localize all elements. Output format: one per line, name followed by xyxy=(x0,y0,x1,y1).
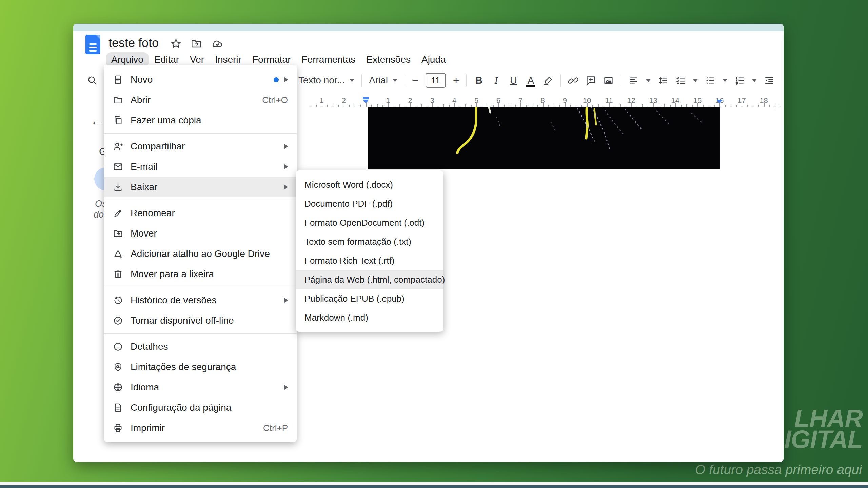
cloud-status-icon[interactable] xyxy=(212,38,223,49)
menu-item-mover-para-a-lixeira[interactable]: Mover para a lixeira xyxy=(104,264,297,284)
menu-item-compartilhar[interactable]: Compartilhar xyxy=(104,136,297,157)
submenu-item-pagina-da-web-html-compactado[interactable]: Página da Web (.html, compactado) xyxy=(296,270,443,289)
menu-item-right xyxy=(274,77,288,82)
ruler-tick xyxy=(504,105,505,107)
ruler-number: 18 xyxy=(760,96,768,105)
decrease-font-size-button[interactable]: − xyxy=(412,74,418,87)
ruler-tick xyxy=(382,105,383,107)
line-spacing-icon[interactable] xyxy=(658,75,668,86)
menubar-item-ajuda[interactable]: Ajuda xyxy=(416,52,451,67)
horizontal-ruler[interactable]: 21123456789101112131415161718 xyxy=(297,96,784,107)
globe-icon xyxy=(113,382,123,392)
menu-item-label: Imprimir xyxy=(131,423,165,433)
menubar-item-extensoes[interactable]: Extensões xyxy=(361,52,416,67)
menu-item-historico-de-versoes[interactable]: Histórico de versões xyxy=(104,290,297,310)
menu-item-detalhes[interactable]: Detalhes xyxy=(104,337,297,357)
indent-marker-right[interactable] xyxy=(716,100,723,103)
version-history-icon xyxy=(113,295,123,305)
numbered-list-icon[interactable] xyxy=(734,75,745,86)
menu-item-imprimir[interactable]: ImprimirCtrl+P xyxy=(104,418,297,438)
google-docs-logo-icon[interactable] xyxy=(85,35,100,54)
toolbar-divider xyxy=(621,74,621,86)
submenu-arrow-icon xyxy=(284,298,288,303)
menu-item-label: Compartilhar xyxy=(131,141,185,152)
ruler-tick xyxy=(725,105,726,107)
text-color-button[interactable]: A xyxy=(526,75,536,86)
add-comment-icon[interactable] xyxy=(586,75,596,86)
ruler-tick xyxy=(604,105,604,107)
italic-button[interactable]: I xyxy=(491,75,501,86)
bold-button[interactable]: B xyxy=(474,75,484,86)
page-setup-icon xyxy=(113,403,123,413)
printer-icon xyxy=(113,423,123,433)
align-icon[interactable] xyxy=(628,75,639,86)
ruler-tick xyxy=(554,104,554,107)
indent-icon[interactable] xyxy=(764,75,774,86)
share-person-icon xyxy=(113,141,123,151)
ruler-tick xyxy=(758,105,759,107)
watermark-logo-line2: IGITAL xyxy=(784,429,863,450)
submenu-item-formato-opendocument-odt[interactable]: Formato OpenDocument (.odt) xyxy=(296,213,443,232)
styles-dropdown[interactable]: Texto nor... xyxy=(298,75,354,86)
menubar-item-formatar[interactable]: Formatar xyxy=(247,52,296,67)
ruler-tick xyxy=(493,105,494,107)
menu-item-tornar-disponivel-off-line[interactable]: Tornar disponível off-line xyxy=(104,310,297,331)
offline-check-icon xyxy=(113,316,123,326)
move-folder-icon[interactable] xyxy=(191,38,202,49)
menu-item-mover[interactable]: Mover xyxy=(104,223,297,244)
underline-button[interactable]: U xyxy=(508,75,518,86)
menubar-item-inserir[interactable]: Inserir xyxy=(210,52,247,67)
menu-item-limitacoes-de-seguranca[interactable]: Limitações de segurança xyxy=(104,357,297,377)
menu-item-fazer-uma-copia[interactable]: Fazer uma cópia xyxy=(104,110,297,130)
ruler-number: 11 xyxy=(605,96,613,105)
inline-photo-light-trails[interactable] xyxy=(368,107,720,169)
font-size-input[interactable]: 11 xyxy=(426,73,446,88)
submenu-item-formato-rich-text-rtf[interactable]: Formato Rich Text (.rtf) xyxy=(296,251,443,270)
insert-link-icon[interactable] xyxy=(568,75,578,86)
bulleted-list-icon[interactable] xyxy=(705,75,715,86)
menu-item-renomear[interactable]: Renomear xyxy=(104,203,297,223)
ruler-tick xyxy=(648,105,648,107)
new-badge-dot xyxy=(274,77,279,82)
ruler-tick xyxy=(592,105,593,107)
submenu-item-markdown-md[interactable]: Markdown (.md) xyxy=(296,308,443,327)
menubar-item-ferramentas[interactable]: Ferramentas xyxy=(296,52,361,67)
document-title[interactable]: teste foto xyxy=(108,36,159,50)
docs-logo-fold xyxy=(96,35,100,39)
menu-item-baixar[interactable]: Baixar xyxy=(104,177,297,197)
menu-item-e-mail[interactable]: E-mail xyxy=(104,157,297,177)
insert-image-icon[interactable] xyxy=(603,75,614,86)
menubar-item-arquivo[interactable]: Arquivo xyxy=(106,52,149,67)
submenu-item-texto-sem-formatacao-txt[interactable]: Texto sem formatação (.txt) xyxy=(296,232,443,251)
toolbar-controls: Texto nor...Arial−11+BIUA xyxy=(298,71,774,89)
highlight-button[interactable] xyxy=(543,75,553,86)
menu-item-configuracao-da-pagina[interactable]: Configuração da página xyxy=(104,398,297,418)
submenu-item-microsoft-word-docx[interactable]: Microsoft Word (.docx) xyxy=(296,175,443,194)
menu-divider xyxy=(104,333,297,334)
ruler-tick xyxy=(664,104,665,107)
menu-item-idioma[interactable]: Idioma xyxy=(104,377,297,398)
menu-item-abrir[interactable]: AbrirCtrl+O xyxy=(104,90,297,110)
menu-item-label: Mover para a lixeira xyxy=(131,269,214,280)
ruler-tick xyxy=(532,104,532,107)
star-icon[interactable] xyxy=(170,38,182,49)
security-shield-icon xyxy=(113,362,123,372)
menu-item-adicionar-atalho-ao-google-drive[interactable]: Adicionar atalho ao Google Drive xyxy=(104,244,297,264)
indent-marker-left[interactable] xyxy=(363,97,369,103)
submenu-item-publicacao-epub-epub[interactable]: Publicação EPUB (.epub) xyxy=(296,289,443,308)
submenu-item-documento-pdf-pdf[interactable]: Documento PDF (.pdf) xyxy=(296,194,443,213)
font-dropdown[interactable]: Arial xyxy=(369,75,397,86)
checklist-icon[interactable] xyxy=(675,75,686,86)
menubar-item-ver[interactable]: Ver xyxy=(184,52,210,67)
back-arrow-icon[interactable]: ← xyxy=(90,113,104,128)
ruler-tick xyxy=(736,105,737,107)
ruler-number: 3 xyxy=(430,96,434,105)
search-icon[interactable] xyxy=(87,75,98,86)
menu-item-shortcut: Ctrl+O xyxy=(262,95,288,105)
menubar-item-editar[interactable]: Editar xyxy=(149,52,184,67)
ruler-tick xyxy=(526,105,527,107)
increase-font-size-button[interactable]: + xyxy=(453,74,459,87)
menu-item-label: Limitações de segurança xyxy=(131,362,236,372)
ruler-number: 7 xyxy=(518,96,522,105)
menu-item-novo[interactable]: Novo xyxy=(104,69,297,90)
